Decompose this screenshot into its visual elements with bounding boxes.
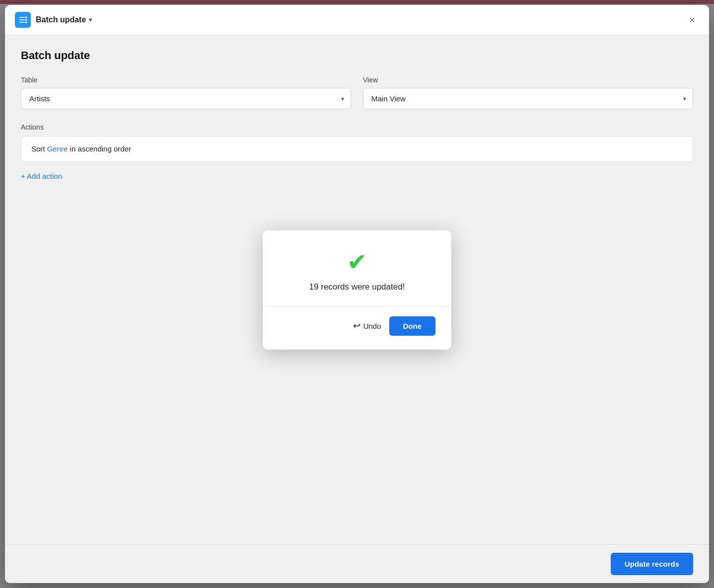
- view-group: View Main View ▾: [363, 76, 693, 109]
- page-title: Batch update: [21, 49, 693, 62]
- list-icon: [18, 15, 28, 25]
- header-icon: [15, 12, 31, 28]
- modal-title-text: Batch update: [36, 15, 86, 24]
- table-select-wrapper: Artists ▾: [21, 88, 351, 109]
- action-genre: Genre: [47, 145, 68, 153]
- close-button[interactable]: ×: [685, 12, 699, 28]
- modal-header: Batch update ▾ ×: [5, 5, 709, 35]
- svg-point-3: [25, 16, 27, 18]
- title-dropdown-arrow[interactable]: ▾: [89, 16, 92, 23]
- svg-rect-0: [19, 17, 25, 18]
- action-item: Sort Genre in ascending order: [21, 136, 693, 162]
- view-label: View: [363, 76, 693, 84]
- success-actions: ↩ Undo Done: [279, 316, 435, 336]
- form-row: Table Artists ▾ View Main View ▾: [21, 76, 693, 109]
- actions-section: Actions Sort Genre in ascending order + …: [21, 123, 693, 182]
- undo-label: Undo: [363, 322, 381, 330]
- actions-label: Actions: [21, 123, 693, 131]
- action-suffix: in ascending order: [68, 145, 131, 153]
- done-button[interactable]: Done: [389, 316, 436, 336]
- view-select-wrapper: Main View ▾: [363, 88, 693, 109]
- undo-button[interactable]: ↩ Undo: [353, 320, 381, 331]
- modal-body: Batch update Table Artists ▾ View Main V…: [5, 35, 709, 544]
- view-select[interactable]: Main View: [363, 88, 693, 109]
- svg-rect-1: [19, 19, 25, 20]
- action-text: Sort Genre in ascending order: [31, 145, 131, 153]
- modal-header-left: Batch update ▾: [15, 12, 92, 28]
- table-label: Table: [21, 76, 351, 84]
- batch-update-modal: Batch update ▾ × Batch update Table Arti…: [5, 5, 709, 583]
- add-action-button[interactable]: + Add action: [21, 170, 62, 182]
- success-checkmark-icon: ✔: [279, 250, 435, 274]
- table-select[interactable]: Artists: [21, 88, 351, 109]
- modal-footer: Update records: [5, 544, 709, 583]
- svg-rect-2: [19, 22, 25, 23]
- modal-title: Batch update ▾: [36, 15, 92, 24]
- svg-point-5: [25, 21, 27, 23]
- action-prefix: Sort: [31, 145, 47, 153]
- svg-point-4: [25, 19, 27, 20]
- table-group: Table Artists ▾: [21, 76, 351, 109]
- success-divider: [263, 306, 451, 306]
- update-records-button[interactable]: Update records: [611, 553, 693, 575]
- undo-icon: ↩: [353, 320, 360, 331]
- success-dialog: ✔ 19 records were updated! ↩ Undo Done: [263, 230, 451, 350]
- success-message: 19 records were updated!: [279, 282, 435, 292]
